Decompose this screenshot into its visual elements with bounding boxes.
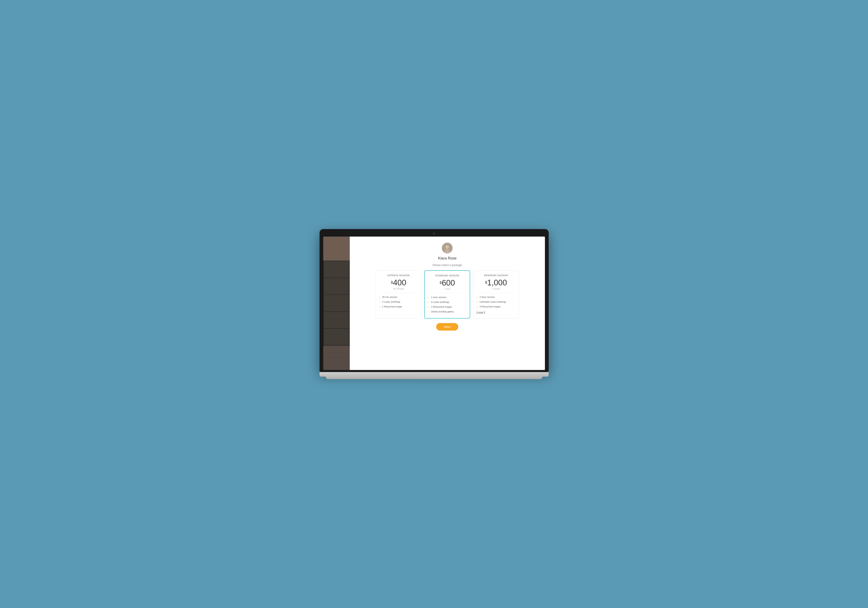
feature-text: Unlimited Looks (clothing) — [479, 300, 506, 303]
sidebar-thumbnail — [324, 312, 349, 328]
sidebar-thumbnail — [324, 329, 349, 345]
feature-list-branding: ✓ 2 Hour session ✓ Unlimited Looks (clot… — [476, 295, 516, 308]
price-symbol: $ — [440, 281, 442, 285]
sidebar-left — [323, 261, 350, 346]
check-icon: ✓ — [379, 305, 381, 308]
feature-text: 1 Retouched image — [382, 305, 402, 308]
feature-text: 2 Hour session — [479, 295, 495, 299]
package-card-express[interactable]: EXPRESS SESSION $400 30 mintues ✓ 30 min… — [375, 271, 422, 319]
package-price-express: $400 — [379, 279, 418, 286]
feature-text: 30 min session — [382, 295, 397, 299]
feature-item: ✓ 1 Retouched image — [379, 305, 418, 308]
laptop-screen: Kiara Rose Please select a package EXPRE… — [323, 236, 545, 370]
next-button[interactable]: Next — [436, 323, 458, 331]
package-card-branding[interactable]: BRANDING SESSION $1,000 2 hours ✓ 2 Hour… — [473, 271, 519, 319]
check-icon: ✓ — [428, 296, 429, 299]
feature-text: Online proofing gallery — [431, 310, 454, 313]
package-title-standard: STANDARD SESSION — [428, 275, 467, 277]
package-card-standard[interactable]: STANDARD SESSION $600 1 hour ✓ 1 Hour se… — [424, 271, 470, 319]
feature-item: ✓ 2 Retouched images — [428, 305, 467, 308]
check-icon: ✓ — [379, 296, 381, 299]
divider — [379, 293, 418, 293]
check-icon: ✓ — [428, 301, 429, 304]
feature-item: ✓ 4 Retouched images — [476, 305, 516, 308]
chevron-down-icon: ▾ — [484, 311, 485, 314]
laptop-base — [319, 372, 549, 376]
laptop-camera — [433, 233, 435, 235]
select-package-label: Please select a package — [432, 263, 462, 267]
laptop-screen-outer: Kiara Rose Please select a package EXPRE… — [319, 229, 549, 372]
feature-text: 4 Looks (clothing) — [431, 300, 449, 303]
package-duration-branding: 2 hours — [476, 288, 516, 290]
package-price-branding: $1,000 — [476, 279, 516, 286]
feature-item: ✓ 1 Hour session — [428, 296, 467, 299]
user-name: Kiara Rose — [438, 256, 457, 261]
feature-text: 1 Hour session — [431, 296, 446, 299]
package-price-standard: $600 — [428, 279, 467, 287]
price-symbol: $ — [391, 280, 393, 285]
feature-list-standard: ✓ 1 Hour session ✓ 4 Looks (clothing) ✓ … — [428, 296, 467, 314]
price-amount: 600 — [442, 278, 455, 287]
laptop-notch — [417, 374, 451, 376]
feature-item: ✓ Online proofing gallery — [428, 310, 467, 313]
check-icon: ✓ — [476, 305, 478, 308]
modal-overlay: Kiara Rose Please select a package EXPRE… — [350, 236, 545, 370]
packages-row: EXPRESS SESSION $400 30 mintues ✓ 30 min… — [354, 271, 541, 319]
more-link-branding[interactable]: 3 more ▾ — [476, 311, 485, 314]
feature-list-express: ✓ 30 min session ✓ 2 Looks (clothing) ✓ … — [379, 295, 418, 308]
feature-text: 2 Retouched images — [431, 305, 452, 308]
check-icon: ✓ — [476, 296, 478, 299]
package-title-express: EXPRESS SESSION — [379, 274, 418, 277]
feature-item: ✓ 30 min session — [379, 295, 418, 299]
svg-point-1 — [446, 245, 449, 249]
feature-item: ✓ 2 Looks (clothing) — [379, 300, 418, 303]
sidebar-thumbnail — [324, 295, 349, 311]
check-icon: ✓ — [428, 306, 429, 308]
check-icon: ✓ — [428, 310, 429, 313]
price-amount: 1,000 — [487, 278, 507, 287]
sidebar-thumbnail — [324, 261, 349, 277]
divider — [476, 293, 516, 293]
svg-point-2 — [445, 249, 450, 253]
feature-text: 2 Looks (clothing) — [382, 300, 400, 303]
package-duration-express: 30 mintues — [379, 288, 418, 290]
check-icon: ✓ — [476, 300, 478, 303]
feature-item: ✓ 2 Hour session — [476, 295, 516, 299]
package-title-branding: BRANDING SESSION — [476, 274, 516, 277]
package-duration-standard: 1 hour — [428, 288, 467, 290]
avatar — [442, 243, 453, 253]
check-icon: ✓ — [379, 300, 381, 303]
price-amount: 400 — [393, 278, 406, 287]
feature-item: ✓ Unlimited Looks (clothing) — [476, 300, 516, 303]
feature-item: ✓ 4 Looks (clothing) — [428, 300, 467, 304]
feature-text: 4 Retouched images — [479, 305, 501, 308]
sidebar-thumbnail — [324, 278, 349, 294]
price-symbol: $ — [485, 280, 487, 285]
laptop-bottom-bar — [326, 376, 542, 379]
laptop-container: Kiara Rose Please select a package EXPRE… — [319, 229, 549, 379]
